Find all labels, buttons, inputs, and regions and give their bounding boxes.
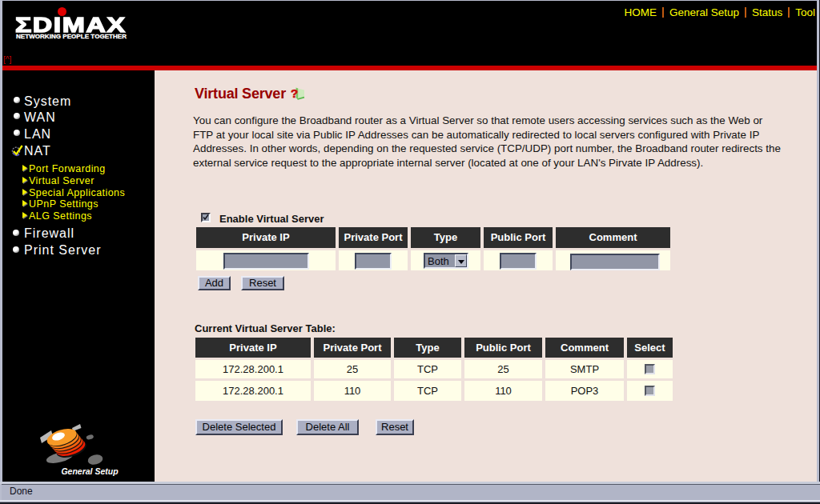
svg-text:?: ? <box>291 86 298 100</box>
